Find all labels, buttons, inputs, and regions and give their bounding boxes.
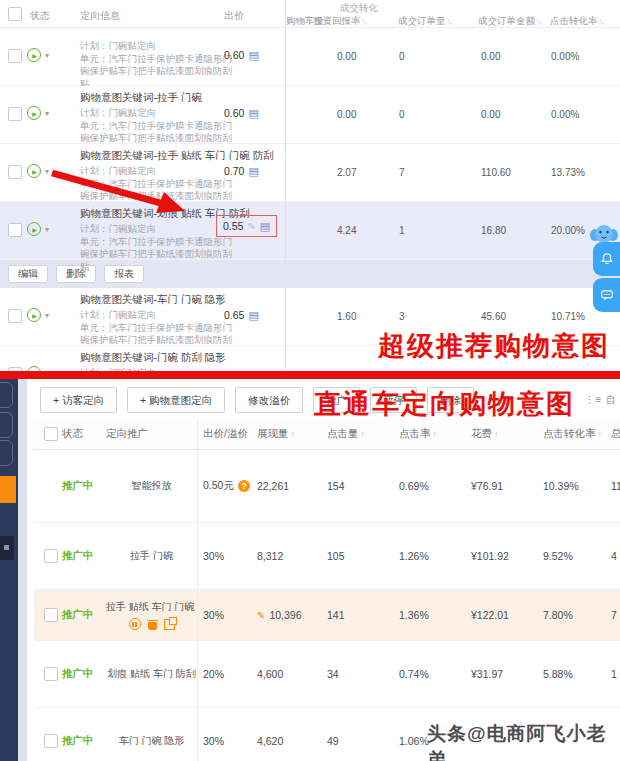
row-checkbox[interactable] bbox=[8, 165, 22, 179]
sort-icon[interactable]: ↑↓ bbox=[536, 18, 541, 25]
row-checkbox[interactable] bbox=[8, 309, 22, 323]
column-ctr[interactable]: 点击率↑ bbox=[399, 419, 471, 449]
column-order-amount[interactable]: 成交订单金额↑↓ bbox=[478, 15, 541, 28]
play-status-icon[interactable]: ▶ bbox=[27, 222, 41, 236]
sidebar-active-item[interactable] bbox=[0, 476, 16, 503]
status-caret-icon[interactable]: ▾ bbox=[45, 51, 49, 60]
sort-icon[interactable]: ↑ bbox=[598, 430, 602, 439]
click-cvr-value-cell: 10.39% bbox=[543, 450, 611, 522]
checkbox-cell bbox=[34, 523, 62, 589]
row-checkbox[interactable] bbox=[44, 734, 58, 748]
status-cell: ▶▾ bbox=[27, 48, 49, 62]
bid-cell: 0.65▤ bbox=[224, 309, 259, 321]
column-group-conversion: 成交转化 bbox=[340, 2, 378, 15]
edit-premium-icon[interactable]: ✎ bbox=[257, 610, 265, 621]
plan-line: 计划：门碗贴定向 bbox=[80, 309, 232, 322]
edit-button[interactable]: 编辑 bbox=[8, 265, 48, 283]
sort-icon[interactable]: ↑↓ bbox=[599, 18, 604, 25]
sidebar-panel-stub[interactable] bbox=[0, 536, 14, 560]
total-cart-value: 7 bbox=[611, 609, 617, 621]
click-cvr-value: 10.71% bbox=[551, 311, 585, 322]
promotion-row: 推广中智能投放0.50元?22,2611540.69%¥76.9110.39%1… bbox=[34, 450, 620, 523]
sort-icon[interactable]: ↑ bbox=[433, 430, 437, 439]
custom-columns-icon[interactable]: ⋮≡ 自 bbox=[584, 393, 617, 407]
bid-value: 0.60 bbox=[224, 49, 244, 61]
sidebar-button-stub[interactable] bbox=[0, 412, 13, 438]
play-status-icon[interactable]: ▶ bbox=[27, 308, 41, 322]
cost-value: ¥122.01 bbox=[471, 609, 509, 621]
column-total-cart: 总购 bbox=[611, 419, 620, 449]
bid-report-icon[interactable]: ▤ bbox=[248, 166, 258, 176]
bid-value: 0.60 bbox=[224, 107, 244, 119]
column-click-cvr[interactable]: 点击转化率↑ bbox=[543, 419, 611, 449]
column-targeting-info: 定向信息 bbox=[80, 9, 120, 23]
sort-icon[interactable]: ↑ bbox=[291, 430, 295, 439]
play-status-icon[interactable]: ▶ bbox=[27, 48, 41, 62]
play-status-icon[interactable]: ▶ bbox=[27, 164, 41, 178]
annotation-zhitongche: 直通车定向购物意图 bbox=[314, 386, 575, 422]
clicks-value-cell: 141 bbox=[327, 590, 399, 640]
bid-report-icon[interactable]: ▤ bbox=[248, 50, 258, 60]
click-cvr-value-cell: 5.88% bbox=[543, 641, 611, 707]
row-checkbox[interactable] bbox=[8, 223, 22, 237]
status-cell: 推广中 bbox=[62, 523, 106, 589]
add-visitor-targeting-button[interactable]: + 访客定向 bbox=[40, 387, 117, 413]
edit-bid-icon[interactable]: ✎ bbox=[247, 221, 255, 232]
plan-line: 计划：门碗贴定向 bbox=[80, 165, 232, 178]
column-orders[interactable]: 成交订单量↑↓ bbox=[398, 15, 452, 28]
ctr-value: 1.06% bbox=[399, 735, 429, 747]
row-checkbox[interactable] bbox=[8, 107, 22, 121]
notification-button[interactable] bbox=[593, 242, 620, 276]
status-caret-icon[interactable]: ▾ bbox=[45, 167, 49, 176]
promotion-name: 拉手 贴纸 车门 门碗 防刮 bbox=[106, 600, 197, 614]
sort-icon[interactable]: ↑↓ bbox=[447, 18, 452, 25]
clicks-value-cell: 49 bbox=[327, 708, 399, 761]
delete-icon[interactable] bbox=[148, 619, 157, 630]
sort-icon[interactable]: ↑ bbox=[494, 430, 498, 439]
column-roi[interactable]: 投资回报率↑↓ bbox=[313, 15, 367, 28]
column-status: 状态 bbox=[30, 9, 50, 23]
plan-line: 计划：门碗贴定向 bbox=[80, 107, 232, 120]
status-caret-icon[interactable]: ▾ bbox=[45, 109, 49, 118]
play-status-icon[interactable]: ▶ bbox=[27, 106, 41, 120]
add-shopping-intent-button[interactable]: + 购物意图定向 bbox=[127, 387, 225, 413]
total-cart-value-cell: 11 bbox=[611, 450, 620, 522]
total-cart-value-cell: 4 bbox=[611, 523, 620, 589]
bid-report-icon[interactable]: ▤ bbox=[260, 221, 270, 231]
sidebar-button-stub[interactable] bbox=[0, 382, 13, 408]
targeting-title: 购物意图关键词-拉手 门碗 bbox=[80, 91, 232, 105]
status-caret-icon[interactable]: ▾ bbox=[45, 311, 49, 320]
pause-icon[interactable] bbox=[129, 618, 141, 630]
left-sidebar bbox=[0, 379, 18, 761]
ctr-value: 0.74% bbox=[399, 668, 429, 680]
checkbox-cell bbox=[34, 641, 62, 707]
super-recommend-table: 状态 定向信息 出价 成交转化 购物车量↑↓ 投资回报率↑↓ 成交订单量↑↓ 成… bbox=[0, 0, 620, 372]
row-checkbox[interactable] bbox=[44, 667, 58, 681]
sidebar-button-stub[interactable] bbox=[0, 440, 13, 466]
select-all-checkbox[interactable] bbox=[44, 427, 58, 441]
bid-premium-value: 30% bbox=[203, 609, 224, 621]
orders-value: 0 bbox=[399, 51, 405, 62]
column-impressions[interactable]: 展现量↑ bbox=[255, 419, 327, 449]
bid-value: 0.55 bbox=[223, 220, 243, 232]
targeting-title: 购物意图关键词-划痕 贴纸 车门 防刮 bbox=[80, 207, 232, 221]
column-cvr[interactable]: 点击转化率↑↓ bbox=[550, 15, 604, 28]
row-checkbox[interactable] bbox=[8, 49, 22, 63]
unit-line: 单元：汽车门拉手保护膜卡通隐形门碗保护贴车门把手贴纸漆面划痕防刮贴 bbox=[80, 236, 232, 274]
modify-premium-button[interactable]: 修改溢价 bbox=[235, 387, 303, 413]
column-cost[interactable]: 花费↑ bbox=[471, 419, 543, 449]
row-checkbox[interactable] bbox=[44, 608, 58, 622]
row-checkbox[interactable] bbox=[44, 549, 58, 563]
bid-report-icon[interactable]: ▤ bbox=[248, 310, 258, 320]
status-running-label: 推广中 bbox=[62, 734, 94, 748]
column-clicks[interactable]: 点击量↑ bbox=[327, 419, 399, 449]
copy-icon[interactable] bbox=[164, 619, 175, 630]
select-all-checkbox[interactable] bbox=[8, 7, 22, 21]
help-icon[interactable]: ? bbox=[238, 480, 250, 492]
status-caret-icon[interactable]: ▾ bbox=[45, 225, 49, 234]
sort-icon[interactable]: ↑ bbox=[361, 430, 365, 439]
impressions-cell: ✎10,396 bbox=[255, 590, 327, 640]
chat-button[interactable] bbox=[593, 278, 620, 312]
sort-icon[interactable]: ↑↓ bbox=[362, 18, 367, 25]
bid-report-icon[interactable]: ▤ bbox=[248, 108, 258, 118]
